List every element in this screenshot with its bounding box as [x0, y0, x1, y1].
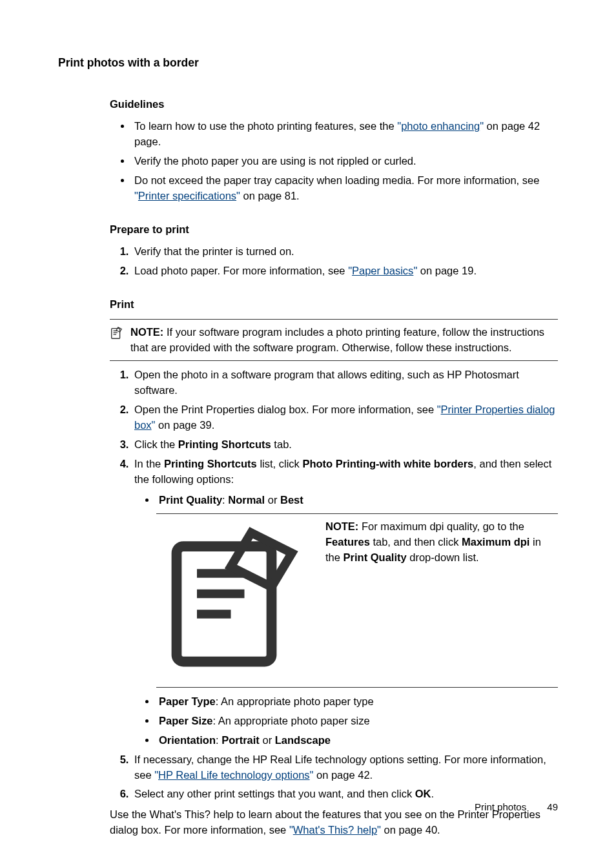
- list-item: Open the Print Properties dialog box. Fo…: [132, 402, 558, 433]
- text: on page 39.: [155, 419, 214, 431]
- bold-text: Print Quality: [344, 551, 407, 563]
- text: drop-down list.: [407, 551, 479, 563]
- bold-text: Orientation: [159, 734, 216, 746]
- text: on page 19.: [417, 265, 477, 276]
- text: .: [431, 788, 435, 799]
- printer-specifications-link[interactable]: Printer specifications: [138, 190, 236, 201]
- prepare-heading: Prepare to print: [110, 222, 558, 238]
- note-label: NOTE:: [130, 326, 163, 338]
- page-title: Print photos with a border: [58, 55, 558, 71]
- bold-text: Photo Printing-with white borders: [302, 458, 473, 469]
- text: :: [216, 734, 221, 746]
- list-item: Orientation: Portrait or Landscape: [156, 733, 558, 748]
- list-item: Print Quality: Normal or Best: [156, 493, 558, 508]
- bold-text: Portrait: [221, 734, 260, 746]
- svg-rect-1: [177, 546, 272, 662]
- note-icon: [156, 519, 319, 682]
- inner-note-box: NOTE: For maximum dpi quality, go to the…: [156, 513, 558, 688]
- list-item: Click the Printing Shortcuts tab.: [132, 437, 558, 453]
- footer-section: Print photos: [475, 801, 526, 812]
- text: Click the: [134, 438, 178, 450]
- bold-text: Normal: [228, 494, 265, 506]
- text: Verify that the printer is turned on.: [134, 245, 294, 257]
- bold-text: OK: [415, 788, 431, 799]
- bold-text: Printing Shortcuts: [178, 438, 271, 450]
- list-item: In the Printing Shortcuts list, click Ph…: [132, 457, 558, 748]
- text: list, click: [257, 458, 303, 469]
- text: Select any other print settings that you…: [134, 788, 415, 799]
- list-item: Open the photo in a software program tha…: [132, 367, 558, 398]
- list-item: Paper Type: An appropriate photo paper t…: [156, 694, 558, 710]
- text: : An appropriate photo paper size: [212, 715, 369, 726]
- print-steps: Open the photo in a software program tha…: [110, 367, 558, 802]
- list-item: Verify that the printer is turned on.: [132, 244, 558, 260]
- note-body: NOTE: For maximum dpi quality, go to the…: [325, 519, 558, 682]
- svg-rect-0: [112, 328, 120, 338]
- bold-text: Print Quality: [159, 494, 222, 506]
- bold-text: Paper Size: [159, 715, 212, 726]
- list-item: If necessary, change the HP Real Life te…: [132, 752, 558, 783]
- page-footer: Print photos 49: [475, 800, 558, 814]
- text: or: [260, 734, 275, 746]
- paper-basics-link[interactable]: Paper basics: [352, 265, 413, 276]
- note-icon: [110, 326, 124, 340]
- options-list-continued: Paper Type: An appropriate photo paper t…: [134, 694, 558, 748]
- note-body: NOTE: If your software program includes …: [130, 325, 558, 356]
- text: tab.: [271, 438, 292, 450]
- text: or: [265, 494, 280, 506]
- text: Do not exceed the paper tray capacity wh…: [134, 174, 539, 186]
- main-content: Guidelines To learn how to use the photo…: [58, 97, 558, 853]
- text: Load photo paper. For more information, …: [134, 265, 348, 276]
- text: on page 42.: [313, 769, 373, 781]
- bold-text: Best: [280, 494, 303, 506]
- text: For maximum dpi quality, go to the: [362, 520, 524, 532]
- note-label: NOTE:: [325, 520, 358, 532]
- bold-text: Paper Type: [159, 695, 216, 707]
- prepare-steps: Verify that the printer is turned on. Lo…: [110, 244, 558, 279]
- text: :: [222, 494, 228, 506]
- footer-page-number: 49: [547, 801, 558, 812]
- list-item: Load photo paper. For more information, …: [132, 263, 558, 279]
- list-item: Verify the photo paper you are using is …: [132, 154, 558, 169]
- text: : An appropriate photo paper type: [216, 695, 374, 707]
- guidelines-list: To learn how to use the photo printing f…: [110, 119, 558, 204]
- note-box: NOTE: If your software program includes …: [110, 319, 558, 362]
- text: on page 40.: [381, 824, 440, 836]
- guidelines-heading: Guidelines: [110, 97, 558, 112]
- list-item: Do not exceed the paper tray capacity wh…: [132, 173, 558, 204]
- text: To learn how to use the photo printing f…: [134, 120, 397, 132]
- hp-real-life-link[interactable]: HP Real Life technology options: [158, 769, 310, 781]
- bold-text: Features: [325, 536, 370, 548]
- bold-text: Maximum dpi: [462, 536, 529, 548]
- photo-enhancing-link[interactable]: photo enhancing: [401, 120, 480, 132]
- whats-this-help-link[interactable]: What's This? help: [293, 824, 377, 836]
- bold-text: Landscape: [275, 734, 331, 746]
- print-heading: Print: [110, 297, 558, 313]
- list-item: Paper Size: An appropriate photo paper s…: [156, 714, 558, 729]
- text: Open the Print Properties dialog box. Fo…: [134, 404, 437, 415]
- list-item: To learn how to use the photo printing f…: [132, 119, 558, 150]
- note-text: If your software program includes a phot…: [130, 326, 544, 353]
- text: on page 81.: [240, 190, 300, 201]
- bold-text: Printing Shortcuts: [164, 458, 257, 469]
- options-list: Print Quality: Normal or Best: [134, 493, 558, 508]
- text: Open the photo in a software program tha…: [134, 369, 519, 396]
- text: tab, and then click: [370, 536, 462, 548]
- text: In the: [134, 458, 164, 469]
